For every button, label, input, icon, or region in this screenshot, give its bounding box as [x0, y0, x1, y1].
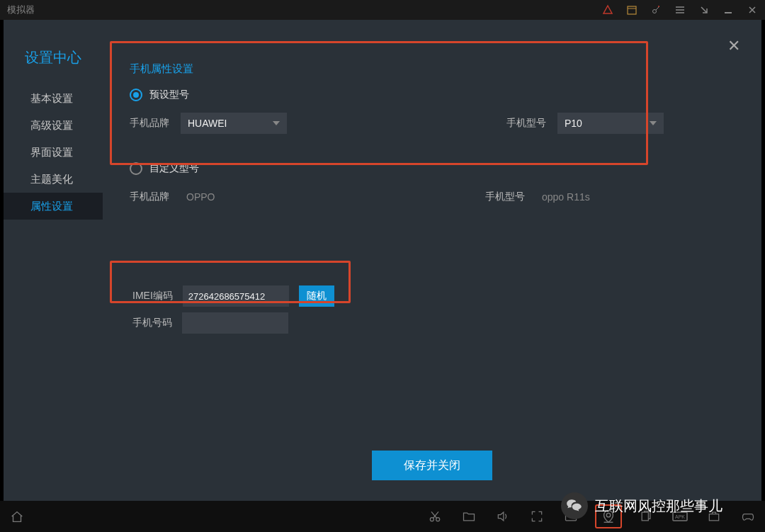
wechat-icon — [561, 492, 588, 519]
close-icon[interactable] — [747, 4, 758, 16]
custom-model-value: oppo R11s — [536, 186, 642, 208]
svg-point-2 — [653, 10, 657, 13]
warning-icon[interactable] — [602, 4, 613, 16]
menu-icon[interactable] — [674, 4, 686, 16]
sidebar-item-theme[interactable]: 主题美化 — [4, 166, 103, 193]
brand-label: 手机品牌 — [130, 191, 171, 203]
custom-brand-value: OPPO — [181, 186, 266, 208]
sidebar-item-interface[interactable]: 界面设置 — [4, 139, 103, 166]
sidebar-item-properties[interactable]: 属性设置 — [4, 193, 103, 220]
settings-window: 设置中心 基本设置 高级设置 界面设置 主题美化 属性设置 ✕ 手机属性设置 预… — [4, 20, 761, 502]
calendar-icon[interactable] — [626, 4, 638, 16]
content-pane: ✕ 手机属性设置 预设型号 手机品牌 HUAWEI 手机型号 — [103, 20, 761, 502]
close-button[interactable]: ✕ — [727, 37, 740, 55]
custom-brand-field: 手机品牌 OPPO — [130, 186, 266, 208]
custom-form-row: 手机品牌 OPPO 手机型号 oppo R11s — [130, 186, 747, 208]
phone-number-row: 手机号码 — [132, 312, 747, 334]
sidebar-item-basic[interactable]: 基本设置 — [4, 85, 103, 112]
model-label: 手机型号 — [485, 191, 526, 203]
titlebar: 模拟器 — [0, 0, 765, 20]
gamepad-icon[interactable] — [738, 506, 758, 526]
chevron-down-icon — [650, 121, 657, 125]
sidebar-item-label: 界面设置 — [30, 146, 73, 158]
home-icon[interactable] — [7, 506, 27, 526]
sidebar-item-label: 基本设置 — [30, 92, 73, 104]
sidebar-item-label: 高级设置 — [30, 119, 73, 131]
sidebar: 设置中心 基本设置 高级设置 界面设置 主题美化 属性设置 — [4, 20, 103, 502]
phone-number-label: 手机号码 — [132, 317, 172, 329]
app-name-fragment: 模拟器 — [7, 4, 35, 16]
sidebar-item-advanced[interactable]: 高级设置 — [4, 112, 103, 139]
annotation-highlight-1 — [110, 41, 648, 165]
volume-icon[interactable] — [493, 506, 513, 526]
minimize-icon[interactable] — [722, 4, 734, 16]
sidebar-title: 设置中心 — [4, 48, 103, 67]
svg-point-4 — [658, 6, 659, 7]
annotation-highlight-2 — [110, 261, 351, 303]
scissors-icon[interactable] — [425, 506, 445, 526]
sidebar-item-label: 主题美化 — [30, 173, 73, 185]
save-and-close-button[interactable]: 保存并关闭 — [372, 451, 492, 480]
sidebar-item-label: 属性设置 — [30, 200, 73, 212]
custom-model-field: 手机型号 oppo R11s — [485, 186, 642, 208]
titlebar-controls — [602, 4, 758, 16]
key-icon[interactable] — [650, 4, 662, 16]
svg-rect-0 — [628, 6, 636, 14]
folder-icon[interactable] — [459, 506, 479, 526]
wechat-watermark: 互联网风控那些事儿 — [561, 492, 722, 519]
arrow-down-right-icon[interactable] — [698, 4, 710, 16]
phone-number-input[interactable] — [182, 312, 288, 334]
wechat-text: 互联网风控那些事儿 — [595, 497, 722, 516]
fullscreen-icon[interactable] — [527, 506, 547, 526]
